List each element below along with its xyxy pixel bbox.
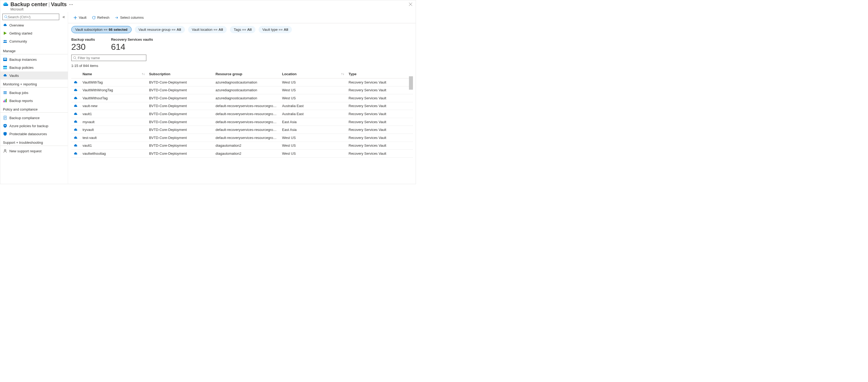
table-row[interactable]: myvaultBVTD-Core-Deploymentdefault-recov…	[71, 118, 413, 126]
cell-resource-group: default-recoveryservices-resourcegroup-…	[213, 118, 280, 126]
add-vault-button[interactable]: Vault	[71, 14, 89, 21]
plus-icon	[73, 16, 77, 20]
cell-subscription: BVTD-Core-Deployment	[147, 110, 213, 118]
nav-protectable[interactable]: Protectable datasources	[0, 130, 68, 138]
cell-name: VaultWithWrongTag	[81, 86, 147, 94]
refresh-icon	[92, 16, 96, 20]
svg-point-17	[5, 125, 6, 126]
vaults-table: Name↑↓ Subscription Resource group Locat…	[71, 70, 413, 158]
col-subscription[interactable]: Subscription	[147, 70, 213, 78]
cell-location: West US	[280, 134, 346, 142]
collapse-sidebar-icon[interactable]: ≪	[62, 15, 65, 19]
sort-icon: ↑↓	[341, 72, 344, 76]
cell-type: Recovery Services Vault	[346, 102, 413, 110]
table-row[interactable]: vaultwithouttagBVTD-Core-Deploymentdiaga…	[71, 150, 413, 158]
table-row[interactable]: tryvaultBVTD-Core-Deploymentdefault-reco…	[71, 126, 413, 134]
nav-backup-compliance[interactable]: Backup compliance	[0, 114, 68, 122]
vaults-table-wrap: Name↑↓ Subscription Resource group Locat…	[71, 70, 413, 184]
col-name[interactable]: Name↑↓	[81, 70, 147, 78]
cell-name: VaultWithoutTag	[81, 94, 147, 102]
filter-by-name-input[interactable]	[78, 56, 145, 60]
table-row[interactable]: vault1BVTD-Core-Deploymentdefault-recove…	[71, 110, 413, 118]
backup-jobs-icon	[3, 91, 7, 95]
cell-subscription: BVTD-Core-Deployment	[147, 150, 213, 158]
nav-backup-policies[interactable]: Backup policies	[0, 64, 68, 71]
more-menu-icon[interactable]: ⋯	[69, 2, 73, 7]
vault-icon	[73, 96, 78, 100]
table-row[interactable]: VaultWithWrongTagBVTD-Core-Deploymentazu…	[71, 86, 413, 94]
col-resource-group[interactable]: Resource group	[213, 70, 280, 78]
cell-subscription: BVTD-Core-Deployment	[147, 94, 213, 102]
cell-subscription: BVTD-Core-Deployment	[147, 118, 213, 126]
nav-azure-policies[interactable]: Azure policies for backup	[0, 122, 68, 130]
close-button[interactable]	[409, 2, 412, 6]
cell-type: Recovery Services Vault	[346, 150, 413, 158]
svg-rect-12	[3, 94, 7, 94]
table-row[interactable]: vault-newBVTD-Core-Deploymentdefault-rec…	[71, 102, 413, 110]
cell-subscription: BVTD-Core-Deployment	[147, 102, 213, 110]
col-location[interactable]: Location↑↓	[280, 70, 346, 78]
filter-pill-1[interactable]: Vault resource group == All	[135, 26, 185, 33]
nav-backup-instances[interactable]: Backup instances	[0, 56, 68, 64]
nav-vaults[interactable]: Vaults	[0, 71, 68, 79]
nav-label: Vaults	[9, 74, 19, 78]
refresh-button[interactable]: Refresh	[90, 14, 112, 21]
svg-point-2	[4, 40, 5, 41]
page-subtitle: Microsoft	[10, 7, 413, 11]
cell-location: West US	[280, 78, 346, 86]
new-support-icon	[3, 149, 7, 153]
cell-type: Recovery Services Vault	[346, 118, 413, 126]
main-content: Vault Refresh Select columns Vault subsc…	[68, 12, 416, 184]
svg-rect-8	[3, 67, 7, 68]
nav-overview[interactable]: Overview	[0, 21, 68, 29]
svg-rect-13	[3, 101, 4, 102]
cell-subscription: BVTD-Core-Deployment	[147, 142, 213, 150]
window: Backup center | Vaults ⋯ Microsoft ≪	[0, 0, 416, 184]
svg-rect-11	[3, 92, 7, 93]
cell-location: Australia East	[280, 102, 346, 110]
cell-resource-group: diagautomation2	[213, 150, 280, 158]
cell-resource-group: default-recoveryservices-resourcegroup-…	[213, 134, 280, 142]
sidebar-search[interactable]	[2, 14, 59, 20]
nav-community[interactable]: Community	[0, 37, 68, 45]
summary-backup-vaults: Backup vaults 230	[71, 37, 95, 52]
table-row[interactable]: VaultWithoutTagBVTD-Core-Deploymentazure…	[71, 94, 413, 102]
filter-by-name[interactable]	[71, 55, 146, 61]
filter-pill-4[interactable]: Vault type == All	[258, 26, 292, 33]
cell-name: vault1	[81, 110, 147, 118]
community-icon	[3, 39, 7, 43]
filter-pill-0[interactable]: Vault subscription == 66 selected	[71, 26, 131, 33]
sidebar: ≪ OverviewGetting startedCommunityManage…	[0, 12, 68, 184]
nav-getting-started[interactable]: Getting started	[0, 29, 68, 37]
vault-icon	[73, 104, 78, 108]
backup-center-icon	[2, 1, 9, 8]
cell-type: Recovery Services Vault	[346, 134, 413, 142]
table-row[interactable]: test-vaultBVTD-Core-Deploymentdefault-re…	[71, 134, 413, 142]
vault-icon	[73, 128, 78, 132]
cell-resource-group: diagautomation2	[213, 142, 280, 150]
nav-backup-jobs[interactable]: Backup jobs	[0, 89, 68, 97]
cell-type: Recovery Services Vault	[346, 78, 413, 86]
nav-label: Azure policies for backup	[9, 124, 48, 128]
nav-new-support[interactable]: New support request	[0, 147, 68, 155]
nav-label: Backup instances	[9, 58, 37, 62]
cell-name: VaultWithTag	[81, 78, 147, 86]
vault-icon	[73, 88, 78, 92]
table-row[interactable]: vault1BVTD-Core-Deploymentdiagautomation…	[71, 142, 413, 150]
summary-recovery-vaults: Recovery Services vaults 614	[111, 37, 153, 52]
filter-pill-2[interactable]: Vault location == All	[188, 26, 227, 33]
filter-pill-3[interactable]: Tags == All	[230, 26, 255, 33]
cell-name: myvault	[81, 118, 147, 126]
table-row[interactable]: VaultWithTagBVTD-Core-Deploymentazuredia…	[71, 78, 413, 86]
cell-subscription: BVTD-Core-Deployment	[147, 126, 213, 134]
sidebar-search-input[interactable]	[8, 15, 57, 19]
cell-name: vault1	[81, 142, 147, 150]
select-columns-button[interactable]: Select columns	[113, 14, 146, 21]
svg-rect-5	[4, 58, 6, 59]
scrollbar[interactable]	[409, 76, 413, 90]
vault-icon	[73, 143, 78, 148]
col-type[interactable]: Type	[346, 70, 413, 78]
backup-policies-icon	[3, 65, 7, 70]
nav-backup-reports[interactable]: Backup reports	[0, 97, 68, 105]
nav-label: Getting started	[9, 31, 32, 35]
